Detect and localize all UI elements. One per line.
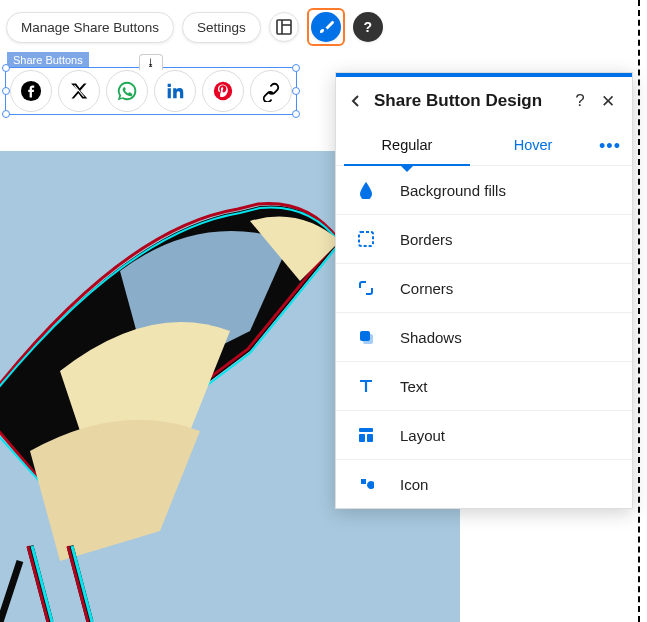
linkedin-icon: [164, 80, 186, 102]
question-icon: ?: [364, 19, 373, 35]
download-icon: ⭳: [146, 57, 156, 68]
share-x[interactable]: [58, 70, 100, 112]
section-background-fills[interactable]: Background fills: [336, 166, 632, 215]
panel-header: Share Button Design ? ✕: [336, 77, 632, 127]
section-shadows[interactable]: Shadows: [336, 313, 632, 362]
manage-share-buttons-button[interactable]: Manage Share Buttons: [6, 12, 174, 43]
resize-handle[interactable]: [292, 87, 300, 95]
section-label: Text: [400, 378, 428, 395]
tab-regular[interactable]: Regular: [344, 127, 470, 165]
svg-rect-11: [367, 434, 373, 442]
svg-rect-10: [359, 434, 365, 442]
selection-label: Share Buttons: [7, 52, 89, 68]
resize-handle[interactable]: [2, 87, 10, 95]
share-facebook[interactable]: [10, 70, 52, 112]
svg-rect-0: [277, 20, 291, 34]
svg-rect-6: [359, 232, 373, 246]
layout-section-icon: [358, 427, 374, 443]
section-label: Shadows: [400, 329, 462, 346]
section-label: Icon: [400, 476, 428, 493]
help-button[interactable]: ?: [353, 12, 383, 42]
close-icon: ✕: [601, 91, 615, 112]
back-button[interactable]: [346, 91, 366, 111]
resize-handle[interactable]: [292, 64, 300, 72]
more-tabs-button[interactable]: •••: [596, 136, 624, 157]
share-linkedin[interactable]: [154, 70, 196, 112]
share-pinterest[interactable]: [202, 70, 244, 112]
whatsapp-icon: [116, 80, 138, 102]
tab-hover[interactable]: Hover: [470, 127, 596, 165]
floating-toolbar: Manage Share Buttons Settings ?: [6, 8, 383, 46]
section-label: Layout: [400, 427, 445, 444]
link-icon: [260, 80, 282, 102]
section-borders[interactable]: Borders: [336, 215, 632, 264]
layout-icon: [276, 19, 292, 35]
share-link[interactable]: [250, 70, 292, 112]
borders-icon: [358, 231, 374, 247]
question-icon: ?: [575, 91, 584, 111]
share-whatsapp[interactable]: [106, 70, 148, 112]
layout-button[interactable]: [269, 12, 299, 42]
help-panel-button[interactable]: ?: [570, 91, 590, 111]
chevron-left-icon: [349, 94, 363, 108]
dots-icon: •••: [599, 136, 621, 156]
panel-title: Share Button Design: [374, 91, 562, 111]
section-label: Borders: [400, 231, 453, 248]
download-handle[interactable]: ⭳: [139, 54, 163, 70]
section-label: Corners: [400, 280, 453, 297]
close-panel-button[interactable]: ✕: [598, 91, 618, 111]
resize-handle[interactable]: [292, 110, 300, 118]
design-button[interactable]: [311, 12, 341, 42]
resize-handle[interactable]: [2, 110, 10, 118]
design-panel: Share Button Design ? ✕ Regular Hover ••…: [335, 72, 633, 509]
section-corners[interactable]: Corners: [336, 264, 632, 313]
section-label: Background fills: [400, 182, 506, 199]
shadows-icon: [358, 329, 374, 345]
pinterest-icon: [212, 80, 234, 102]
facebook-icon: [20, 80, 42, 102]
share-buttons-widget[interactable]: ⭳: [5, 67, 297, 115]
svg-rect-9: [359, 428, 373, 432]
icon-section-icon: [358, 476, 374, 492]
section-layout[interactable]: Layout: [336, 411, 632, 460]
settings-button[interactable]: Settings: [182, 12, 261, 43]
svg-rect-8: [363, 334, 373, 344]
corners-icon: [358, 280, 374, 296]
text-icon: [358, 378, 374, 394]
x-twitter-icon: [69, 81, 89, 101]
panel-tabs: Regular Hover •••: [336, 127, 632, 166]
fill-icon: [358, 181, 374, 199]
brush-icon: [317, 18, 335, 36]
resize-handle[interactable]: [2, 64, 10, 72]
design-button-highlight: [307, 8, 345, 46]
section-icon[interactable]: Icon: [336, 460, 632, 508]
section-text[interactable]: Text: [336, 362, 632, 411]
